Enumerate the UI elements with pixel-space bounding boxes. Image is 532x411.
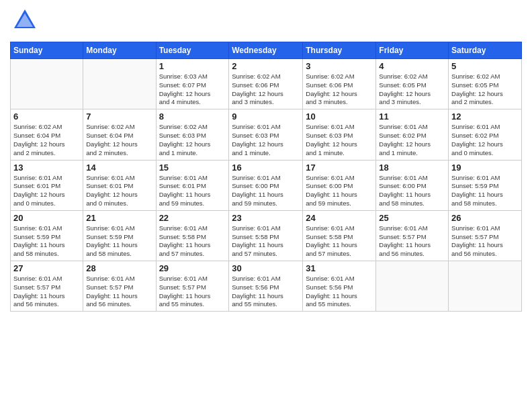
day-cell: 6Sunrise: 6:02 AM Sunset: 6:04 PM Daylig… [11,109,83,160]
day-info: Sunrise: 6:01 AM Sunset: 5:57 PM Dayligh… [379,224,445,259]
day-cell: 20Sunrise: 6:01 AM Sunset: 5:59 PM Dayli… [11,210,83,261]
day-number: 28 [86,263,152,273]
day-number: 4 [379,61,445,71]
day-number: 13 [13,163,80,173]
day-cell: 11Sunrise: 6:01 AM Sunset: 6:02 PM Dayli… [376,109,449,160]
day-cell: 31Sunrise: 6:01 AM Sunset: 5:56 PM Dayli… [303,261,376,312]
weekday-header-wednesday: Wednesday [229,42,303,59]
weekday-header-friday: Friday [376,42,449,59]
day-info: Sunrise: 6:02 AM Sunset: 6:03 PM Dayligh… [159,123,226,157]
day-info: Sunrise: 6:02 AM Sunset: 6:06 PM Dayligh… [232,73,300,107]
day-cell: 29Sunrise: 6:01 AM Sunset: 5:57 PM Dayli… [156,261,229,312]
day-info: Sunrise: 6:01 AM Sunset: 5:58 PM Dayligh… [232,224,300,259]
day-info: Sunrise: 6:02 AM Sunset: 6:06 PM Dayligh… [306,73,373,107]
day-cell [83,59,156,109]
day-number: 27 [13,263,80,273]
day-cell: 10Sunrise: 6:01 AM Sunset: 6:03 PM Dayli… [303,109,376,160]
day-info: Sunrise: 6:01 AM Sunset: 6:00 PM Dayligh… [306,174,373,208]
day-info: Sunrise: 6:01 AM Sunset: 6:03 PM Dayligh… [232,123,300,157]
day-number: 2 [232,61,300,71]
day-info: Sunrise: 6:02 AM Sunset: 6:04 PM Dayligh… [86,123,152,157]
day-number: 17 [306,163,373,173]
day-number: 8 [159,111,226,122]
day-cell: 24Sunrise: 6:01 AM Sunset: 5:58 PM Dayli… [303,210,376,261]
day-cell [11,59,83,109]
weekday-header-tuesday: Tuesday [156,42,229,59]
week-row-2: 6Sunrise: 6:02 AM Sunset: 6:04 PM Daylig… [11,109,522,160]
day-number: 14 [86,163,152,173]
day-number: 10 [306,111,373,122]
day-cell: 14Sunrise: 6:01 AM Sunset: 6:01 PM Dayli… [83,160,156,210]
day-number: 16 [232,163,300,173]
day-number: 25 [379,213,445,223]
day-number: 31 [306,263,373,273]
day-info: Sunrise: 6:01 AM Sunset: 6:01 PM Dayligh… [86,174,152,208]
weekday-header-thursday: Thursday [303,42,376,59]
day-info: Sunrise: 6:01 AM Sunset: 5:56 PM Dayligh… [306,275,373,309]
day-cell: 27Sunrise: 6:01 AM Sunset: 5:57 PM Dayli… [11,261,83,312]
header [10,7,522,36]
day-cell: 7Sunrise: 6:02 AM Sunset: 6:04 PM Daylig… [83,109,156,160]
day-number: 30 [232,263,300,273]
day-info: Sunrise: 6:01 AM Sunset: 5:57 PM Dayligh… [451,224,519,259]
day-number: 20 [13,213,80,223]
day-number: 3 [306,61,373,71]
day-number: 11 [379,111,445,122]
day-cell: 28Sunrise: 6:01 AM Sunset: 5:57 PM Dayli… [83,261,156,312]
day-cell: 8Sunrise: 6:02 AM Sunset: 6:03 PM Daylig… [156,109,229,160]
day-info: Sunrise: 6:02 AM Sunset: 6:04 PM Dayligh… [13,123,80,157]
day-cell [376,261,449,312]
week-row-1: 1Sunrise: 6:03 AM Sunset: 6:07 PM Daylig… [11,59,522,109]
day-cell: 22Sunrise: 6:01 AM Sunset: 5:58 PM Dayli… [156,210,229,261]
day-cell: 1Sunrise: 6:03 AM Sunset: 6:07 PM Daylig… [156,59,229,109]
weekday-header-sunday: Sunday [11,42,83,59]
day-number: 26 [451,213,519,223]
day-cell: 25Sunrise: 6:01 AM Sunset: 5:57 PM Dayli… [376,210,449,261]
day-number: 24 [306,213,373,223]
page: SundayMondayTuesdayWednesdayThursdayFrid… [0,0,532,411]
week-row-3: 13Sunrise: 6:01 AM Sunset: 6:01 PM Dayli… [11,160,522,210]
day-number: 12 [451,111,519,122]
day-number: 21 [86,213,152,223]
day-info: Sunrise: 6:01 AM Sunset: 5:56 PM Dayligh… [232,275,300,309]
day-cell: 21Sunrise: 6:01 AM Sunset: 5:59 PM Dayli… [83,210,156,261]
day-info: Sunrise: 6:01 AM Sunset: 5:57 PM Dayligh… [13,275,80,309]
day-info: Sunrise: 6:01 AM Sunset: 6:02 PM Dayligh… [379,123,445,157]
day-info: Sunrise: 6:01 AM Sunset: 6:01 PM Dayligh… [13,174,80,208]
day-info: Sunrise: 6:01 AM Sunset: 5:59 PM Dayligh… [86,224,152,259]
weekday-header-monday: Monday [83,42,156,59]
day-info: Sunrise: 6:01 AM Sunset: 5:57 PM Dayligh… [159,275,226,309]
day-info: Sunrise: 6:03 AM Sunset: 6:07 PM Dayligh… [159,73,226,107]
day-info: Sunrise: 6:01 AM Sunset: 5:59 PM Dayligh… [451,174,519,208]
week-row-4: 20Sunrise: 6:01 AM Sunset: 5:59 PM Dayli… [11,210,522,261]
calendar: SundayMondayTuesdayWednesdayThursdayFrid… [10,42,522,312]
day-info: Sunrise: 6:01 AM Sunset: 6:03 PM Dayligh… [306,123,373,157]
day-info: Sunrise: 6:01 AM Sunset: 5:58 PM Dayligh… [306,224,373,259]
day-cell: 26Sunrise: 6:01 AM Sunset: 5:57 PM Dayli… [449,210,522,261]
day-number: 29 [159,263,226,273]
day-info: Sunrise: 6:01 AM Sunset: 6:00 PM Dayligh… [379,174,445,208]
day-info: Sunrise: 6:02 AM Sunset: 6:05 PM Dayligh… [451,73,519,107]
day-cell: 9Sunrise: 6:01 AM Sunset: 6:03 PM Daylig… [229,109,303,160]
day-info: Sunrise: 6:01 AM Sunset: 6:00 PM Dayligh… [232,174,300,208]
weekday-header-row: SundayMondayTuesdayWednesdayThursdayFrid… [11,42,522,59]
day-number: 6 [13,111,80,122]
day-cell: 23Sunrise: 6:01 AM Sunset: 5:58 PM Dayli… [229,210,303,261]
day-cell: 2Sunrise: 6:02 AM Sunset: 6:06 PM Daylig… [229,59,303,109]
day-info: Sunrise: 6:01 AM Sunset: 6:01 PM Dayligh… [159,174,226,208]
day-cell: 16Sunrise: 6:01 AM Sunset: 6:00 PM Dayli… [229,160,303,210]
day-info: Sunrise: 6:02 AM Sunset: 6:05 PM Dayligh… [379,73,445,107]
day-cell: 18Sunrise: 6:01 AM Sunset: 6:00 PM Dayli… [376,160,449,210]
day-number: 23 [232,213,300,223]
day-cell: 4Sunrise: 6:02 AM Sunset: 6:05 PM Daylig… [376,59,449,109]
day-cell: 13Sunrise: 6:01 AM Sunset: 6:01 PM Dayli… [11,160,83,210]
logo-icon [10,7,40,36]
day-number: 19 [451,163,519,173]
day-cell: 3Sunrise: 6:02 AM Sunset: 6:06 PM Daylig… [303,59,376,109]
week-row-5: 27Sunrise: 6:01 AM Sunset: 5:57 PM Dayli… [11,261,522,312]
day-cell: 5Sunrise: 6:02 AM Sunset: 6:05 PM Daylig… [449,59,522,109]
day-info: Sunrise: 6:01 AM Sunset: 6:02 PM Dayligh… [451,123,519,157]
logo [10,7,42,36]
day-number: 18 [379,163,445,173]
day-cell: 15Sunrise: 6:01 AM Sunset: 6:01 PM Dayli… [156,160,229,210]
